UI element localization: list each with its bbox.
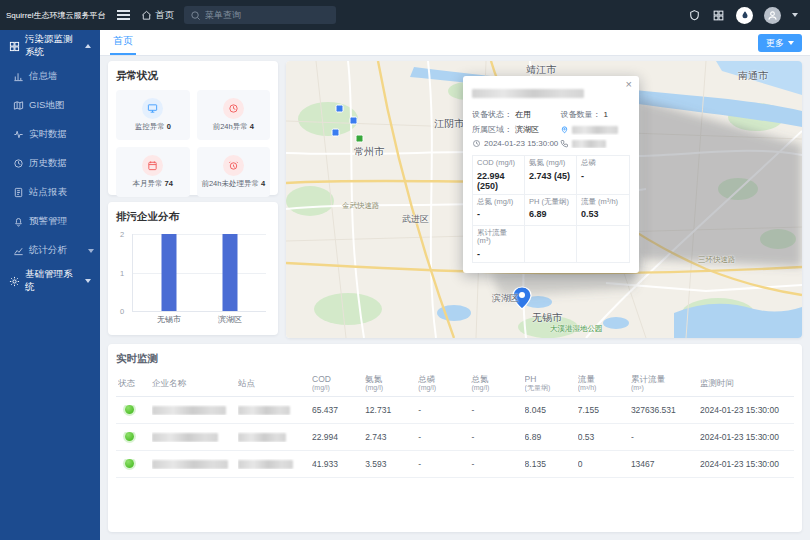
metric-empty <box>577 226 629 262</box>
apps-grid-icon[interactable] <box>712 9 725 22</box>
sidebar-item-history-data[interactable]: 历史数据 <box>0 149 100 178</box>
metric-tn: 总氮 (mg/l)- <box>473 195 525 226</box>
top-header: Squirrel生态环境云服务平台 首页 <box>0 0 810 30</box>
table-title: 实时监测 <box>116 352 794 366</box>
enterprise-name-redacted <box>152 406 226 415</box>
status-dot-green <box>125 405 134 414</box>
tab-home[interactable]: 首页 <box>110 34 136 55</box>
device-status: 设备状态： 在用 <box>472 109 560 120</box>
station-name-redacted <box>472 89 584 98</box>
abnormal-tiles: 监控异常0 前24h异常4 本月异常74 前24h未处理异常4 <box>116 90 270 197</box>
map-icon <box>13 100 24 111</box>
chevron-down-icon <box>788 41 794 45</box>
y-tick: 2 <box>120 230 124 239</box>
map-road-label: 三环快速路 <box>698 255 736 265</box>
report-icon <box>13 187 24 198</box>
status-dot-green <box>125 459 134 468</box>
map-label: 滨湖区 <box>492 292 519 305</box>
sidebar-item-label: 预警管理 <box>29 215 67 228</box>
abnormal-card-title: 异常状况 <box>116 69 270 83</box>
gridline <box>133 234 266 235</box>
breadcrumb-home-label: 首页 <box>155 9 174 22</box>
stat-label: 前24h异常 <box>213 122 248 131</box>
menu-toggle-icon[interactable] <box>117 14 130 16</box>
enterprise-distribution-card: 排污企业分布 2 1 0 无锡市 滨湖区 <box>108 202 278 335</box>
breadcrumb-home[interactable]: 首页 <box>141 9 174 22</box>
grid-icon <box>9 41 20 52</box>
sidebar-item-warning-mgmt[interactable]: 预警管理 <box>0 207 100 236</box>
device-status-label: 设备状态： <box>472 109 512 120</box>
stat-value: 74 <box>165 179 173 188</box>
app-logo: Squirrel生态环境云服务平台 <box>0 10 106 21</box>
search-icon <box>190 10 201 21</box>
map-label: 南通市 <box>738 69 768 83</box>
bar-wuxi <box>161 234 176 311</box>
metric-tp: 总磷- <box>577 156 629 195</box>
sidebar-item-statistics[interactable]: 统计分析 <box>0 236 100 265</box>
map-label: 常州市 <box>354 145 384 159</box>
badge-icon[interactable] <box>688 9 701 22</box>
sidebar-item-gis-map[interactable]: GIS地图 <box>0 91 100 120</box>
stat-label: 本月异常 <box>133 179 163 188</box>
sidebar-item-label: 实时数据 <box>29 128 67 141</box>
line-chart-icon <box>13 245 24 256</box>
sidebar-section-base-mgmt[interactable]: 基础管理系统 <box>0 265 100 297</box>
avatar[interactable] <box>764 7 781 24</box>
stat-tile-24h-unhandled: 前24h未处理异常4 <box>197 147 271 197</box>
sidebar: 污染源监测系统 信息墙 GIS地图 实时数据 历史数据 站点报表 预警管理 <box>0 30 100 540</box>
close-icon[interactable]: × <box>626 79 632 90</box>
popup-metrics: COD (mg/l)22.994 (250) 氨氮 (mg/l)2.743 (4… <box>472 155 630 263</box>
x-tick: 无锡市 <box>157 314 181 325</box>
stat-label: 监控异常 <box>135 122 165 131</box>
stat-value: 0 <box>167 122 171 131</box>
timestamp: 2024-01-23 15:30:00 <box>472 139 560 148</box>
x-tick: 滨湖区 <box>218 314 242 325</box>
map-label: 靖江市 <box>526 63 556 77</box>
sidebar-section-label: 污染源监测系统 <box>25 33 80 59</box>
device-count-label: 设备数量： <box>560 109 600 120</box>
sidebar-item-site-report[interactable]: 站点报表 <box>0 178 100 207</box>
dashboard-content: 异常状况 监控异常0 前24h异常4 本月异常74 <box>100 56 810 540</box>
sidebar-section-pollution-monitor[interactable]: 污染源监测系统 <box>0 30 100 62</box>
chart-plot-area: 2 1 0 无锡市 滨湖区 <box>132 234 266 312</box>
table-row[interactable]: 41.933 3.593 - - 8.135 0 13467 2024-01-2… <box>116 451 794 478</box>
device-status-value: 在用 <box>515 109 531 120</box>
chevron-down-icon[interactable] <box>792 13 798 17</box>
stat-value: 4 <box>261 179 265 188</box>
chevron-down-icon <box>88 249 94 253</box>
site-name-redacted <box>238 406 290 415</box>
bell-icon <box>13 216 24 227</box>
metric-total-flow: 累计流量 (m³)- <box>473 226 525 262</box>
metric-ph: PH (无量纲)6.89 <box>525 195 577 226</box>
station-info-popup: × 设备状态： 在用 设备数量： 1 所属区域： 滨湖区 <box>463 76 639 273</box>
y-tick: 1 <box>120 268 124 277</box>
status-dot-green <box>125 432 134 441</box>
map-label: 武进区 <box>402 213 429 226</box>
app-root: Squirrel生态环境云服务平台 首页 污染源监测系统 <box>0 0 810 540</box>
search-input[interactable] <box>205 10 330 20</box>
sidebar-item-label: 历史数据 <box>29 157 67 170</box>
map-panel[interactable]: 靖江市 南通市 常州市 江阴市 武进区 滨湖区 无锡市 金武快速路 三环快速路 … <box>286 61 802 338</box>
map-park-label: 大溪港湿地公园 <box>550 324 603 334</box>
table-header-row: 状态 企业名称 站点 COD(mg/l) 氨氮(mg/l) 总磷(mg/l) 总… <box>116 371 794 397</box>
abnormal-status-card: 异常状况 监控异常0 前24h异常4 本月异常74 <box>108 61 278 195</box>
sidebar-item-info-wall[interactable]: 信息墙 <box>0 62 100 91</box>
device-count-value: 1 <box>603 110 607 119</box>
sidebar-item-label: 信息墙 <box>29 70 58 83</box>
table-row[interactable]: 22.994 2.743 - - 6.89 0.53 - 2024-01-23 … <box>116 424 794 451</box>
home-icon <box>141 10 152 21</box>
table-row[interactable]: 65.437 12.731 - - 8.045 7.155 327636.531… <box>116 397 794 424</box>
metric-empty <box>525 226 577 262</box>
sidebar-item-realtime-data[interactable]: 实时数据 <box>0 120 100 149</box>
main-area: 首页 更多 异常状况 监控异常0 前24h异常4 <box>100 30 810 540</box>
menu-search-box <box>184 6 336 24</box>
region-label: 所属区域： <box>472 124 512 135</box>
platform-logo-icon[interactable] <box>736 7 753 24</box>
more-button[interactable]: 更多 <box>758 34 802 52</box>
realtime-monitor-panel: 实时监测 状态 企业名称 站点 COD(mg/l) 氨氮(mg/l) 总磷(mg… <box>108 344 802 532</box>
gridline <box>133 273 266 274</box>
stat-tile-month-abnormal: 本月异常74 <box>116 147 190 197</box>
clock-icon <box>472 139 481 148</box>
site-name-redacted <box>238 460 293 469</box>
timestamp-value: 2024-01-23 15:30:00 <box>484 139 558 148</box>
